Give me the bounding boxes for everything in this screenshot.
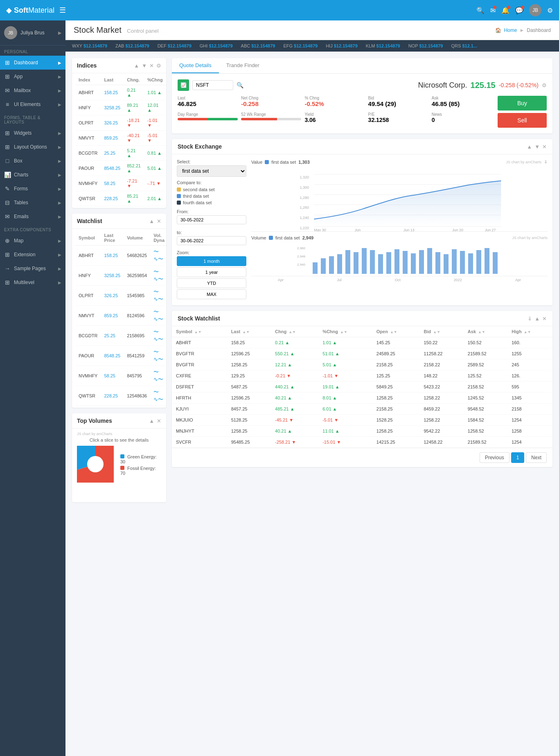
indices-close[interactable]: ✕	[149, 63, 154, 69]
sidebar-item-app[interactable]: ⊞ App ▶	[0, 70, 65, 83]
bell-icon[interactable]: 🔔	[501, 7, 509, 14]
sw-col-symbol[interactable]: Symbol ▲▼	[172, 326, 227, 337]
sidebar-item-dashboard[interactable]: ⊞ Dashboard ▶	[0, 56, 65, 70]
indices-collapse-down[interactable]: ▼	[142, 63, 147, 69]
layout-icon: ⊞	[4, 144, 11, 150]
wl-price: 859.25	[101, 306, 124, 326]
sidebar-item-map[interactable]: ⊕ Map ▶	[0, 234, 65, 248]
next-button[interactable]: Next	[526, 452, 547, 463]
sw-last: 12596.25	[227, 393, 271, 404]
chat-icon[interactable]: 💬	[515, 7, 523, 14]
sw-pchng: 11.01 ▲	[318, 426, 372, 437]
quote-gear-icon[interactable]: ⚙	[542, 82, 547, 88]
watchlist-collapse-up[interactable]: ▲	[149, 218, 154, 224]
index-pchng: 0.81 ▲	[144, 146, 166, 161]
zoom-max[interactable]: MAX	[177, 289, 246, 299]
sidebar-item-layout[interactable]: ⊞ Layout Options ▶	[0, 140, 65, 154]
sidebar-arrow-ui: ▶	[58, 102, 61, 107]
sw-close[interactable]: ✕	[542, 316, 547, 322]
sidebar-item-tables[interactable]: ⊟ Tables ▶	[0, 196, 65, 210]
col-index: Index	[75, 75, 101, 85]
breadcrumb-current: Dashboard	[527, 27, 551, 33]
app-icon: ⊞	[4, 73, 11, 80]
col-chng: Chng.	[124, 75, 144, 85]
breadcrumb: 🏠 Home ► Dashboard	[495, 27, 551, 33]
sidebar-user[interactable]: JB Juliya Brus ▶	[0, 20, 65, 45]
quote-search-button[interactable]: 🔍	[237, 82, 243, 88]
settings-icon[interactable]: ⚙	[547, 7, 553, 14]
se-minimize[interactable]: ▲	[527, 144, 532, 150]
sw-minimize[interactable]: ⇓	[527, 316, 532, 322]
wl-price: 8548.25	[101, 346, 124, 366]
sw-high: 1254	[507, 415, 552, 426]
se-to-input[interactable]	[177, 236, 246, 245]
table-row: NMVYT 859.25 -40.21 ▼ -5.01 ▼	[75, 131, 166, 146]
indices-gear[interactable]: ⚙	[156, 63, 161, 69]
quote-search-input[interactable]	[192, 80, 233, 90]
wl-dyna: 〜∿〜	[150, 346, 168, 366]
breadcrumb-home[interactable]: Home	[504, 27, 517, 33]
se-download-icon[interactable]: ⇓	[544, 159, 548, 165]
table-row: KJUYI 8457.25 485.21 ▲ 6.01 ▲ 2158.25 84…	[172, 404, 552, 415]
mail-icon[interactable]: ✉	[490, 7, 496, 14]
sw-col-last[interactable]: Last ▲▼	[227, 326, 271, 337]
tab-quote-details[interactable]: Quote Details	[172, 58, 219, 73]
watchlist-close[interactable]: ✕	[157, 218, 161, 224]
indices-collapse-up[interactable]: ▲	[134, 63, 139, 69]
zoom-ytd[interactable]: YTD	[177, 278, 246, 288]
sidebar-label-box: Box	[14, 158, 55, 164]
sw-col-pchng[interactable]: %Chng ▲▼	[318, 326, 372, 337]
buy-button[interactable]: Buy	[498, 96, 547, 111]
quote-actions: Buy Sell	[498, 96, 547, 128]
page-1-button[interactable]: 1	[511, 452, 525, 463]
sidebar-item-emails[interactable]: ✉ Emails ▶	[0, 210, 65, 223]
sw-col-high[interactable]: High ▲▼	[507, 326, 552, 337]
prev-button[interactable]: Previous	[480, 452, 509, 463]
user-avatar[interactable]: JB	[529, 4, 541, 16]
sidebar-item-forms[interactable]: ✎ Forms ▶	[0, 182, 65, 196]
stat-news: News 0	[432, 112, 492, 123]
sw-col-open[interactable]: Open ▲▼	[372, 326, 420, 337]
zoom-1month[interactable]: 1 month	[177, 256, 246, 266]
sidebar-item-extension[interactable]: ⊞ Extension ▶	[0, 248, 65, 262]
sw-col-ask[interactable]: Ask ▲▼	[464, 326, 507, 337]
sw-col-bid[interactable]: Bid ▲▼	[419, 326, 463, 337]
index-chng: 852.21 ▲	[124, 161, 144, 176]
se-actions: ▲ ▼ ✕	[527, 144, 547, 150]
table-row: QWTSR 228.25 85.21 ▲ 2.01 ▲	[75, 191, 166, 206]
sw-col-chng[interactable]: Chng ▲▼	[271, 326, 318, 337]
index-pchng: 12.01 ▲	[144, 100, 166, 115]
sw-ask: 125.52	[464, 370, 507, 381]
menu-icon[interactable]: ☰	[59, 6, 66, 15]
zoom-1year[interactable]: 1 year	[177, 267, 246, 277]
stat-netchng-value: -0.258	[241, 100, 301, 107]
stat-ask: Ask 46.85 (85)	[432, 96, 492, 107]
se-collapse[interactable]: ▼	[534, 144, 540, 150]
page-subtitle: Control panel	[127, 28, 158, 34]
tab-trande-finder[interactable]: Trande Finder	[219, 58, 267, 73]
sw-open: 2158.25	[372, 359, 420, 370]
sell-button[interactable]: Sell	[498, 113, 547, 128]
topvol-collapse-up[interactable]: ▲	[149, 418, 154, 424]
table-row: MKJUIO 5128.25 -45.21 ▼ -5.01 ▼ 1528.25 …	[172, 415, 552, 426]
sidebar-item-ui-elements[interactable]: ≡ UI Elements ▶	[0, 97, 65, 111]
top-volumes-title: Top Volumes	[77, 417, 112, 424]
sw-collapse-up[interactable]: ▲	[534, 316, 540, 322]
sidebar-arrow-extension: ▶	[58, 253, 61, 257]
quote-stats2-grid: Day Range 52 Wk Range Yield	[178, 112, 492, 123]
sidebar-label-extension: Extension	[14, 252, 55, 257]
se-from-input[interactable]	[177, 215, 246, 224]
sidebar-item-multilevel[interactable]: ⊞ Multilevel ▶	[0, 275, 65, 289]
sidebar-label-app: App	[14, 74, 55, 79]
se-select[interactable]: first data set second data set third dat…	[177, 165, 246, 177]
search-icon[interactable]: 🔍	[476, 7, 485, 14]
sidebar-item-box[interactable]: □ Box ▶	[0, 154, 65, 168]
topvol-close[interactable]: ✕	[157, 418, 161, 424]
sidebar-item-charts[interactable]: 📊 Charts ▶	[0, 168, 65, 182]
wl-volume: 8124596	[124, 306, 150, 326]
sidebar-item-sample[interactable]: → Sample Pages ▶	[0, 262, 65, 275]
sw-chng: 40.21 ▲	[271, 393, 318, 404]
sidebar-item-mailbox[interactable]: ✉ Mailbox ▶	[0, 83, 65, 97]
se-close[interactable]: ✕	[542, 144, 547, 150]
sidebar-item-widgets[interactable]: ⊞ Widgets ▶	[0, 126, 65, 140]
